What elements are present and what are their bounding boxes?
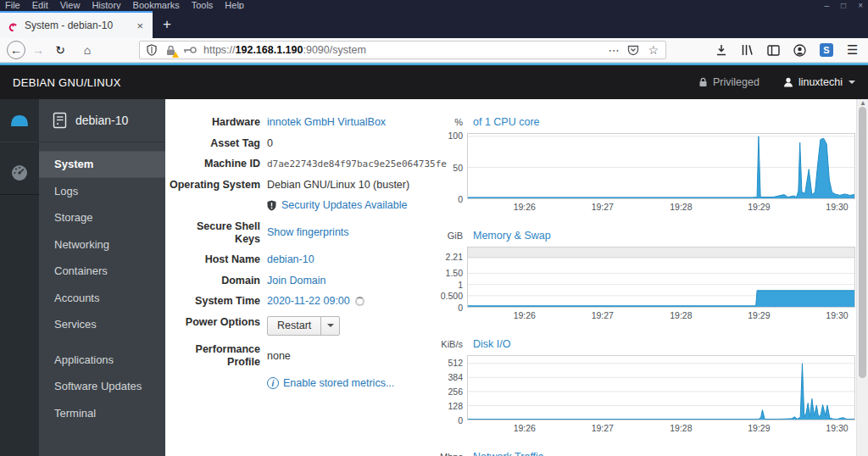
browser-tab-system[interactable]: System - debian-10 × <box>0 11 153 38</box>
connection-lock-icon[interactable] <box>165 45 176 56</box>
menubar-item-help[interactable]: Help <box>225 0 244 9</box>
scrollbar-up-arrow[interactable]: ▲ <box>860 99 866 107</box>
app-body: debian-10 SystemLogsStorageNetworkingCon… <box>0 99 868 456</box>
system-row-value: 2020-11-22 09:00 <box>267 295 364 308</box>
system-row-value: Show fingerprints <box>267 220 349 246</box>
window-close-button[interactable]: × <box>858 1 863 9</box>
window-maximize-button[interactable]: □ <box>841 1 846 9</box>
host-selector[interactable]: debian-10 <box>39 99 165 142</box>
sidebar: debian-10 SystemLogsStorageNetworkingCon… <box>0 99 165 456</box>
chart-plot-area <box>467 133 855 199</box>
sidebar-item-system[interactable]: System <box>39 151 165 178</box>
new-tab-button[interactable]: + <box>153 16 181 38</box>
lock-icon <box>698 77 708 87</box>
screen: FileEditViewHistoryBookmarksToolsHelp –□… <box>0 0 868 456</box>
system-row-value: none <box>267 343 291 369</box>
sidebar-toggle-icon[interactable] <box>767 45 780 56</box>
hamburger-menu-icon[interactable]: ☰ <box>847 42 858 58</box>
menubar-item-tools[interactable]: Tools <box>192 0 214 9</box>
sidebar-item-terminal[interactable]: Terminal <box>39 400 165 427</box>
url-bar[interactable]: https://192.168.1.190:9090/system ⋯ ☆ <box>139 41 666 59</box>
value-text: none <box>267 350 291 363</box>
chart-body: 2.211.5010.5000 <box>438 247 855 308</box>
dashboard-tab[interactable] <box>0 151 39 195</box>
sidebar-item-applications[interactable]: Applications <box>39 347 165 374</box>
user-menu[interactable]: linuxtechi <box>783 76 855 88</box>
system-row-label: Performance Profile <box>169 343 260 369</box>
y-tick-label: 0 <box>458 415 463 425</box>
scrollbar-thumb[interactable] <box>859 107 866 378</box>
dashboard-gauge-icon <box>10 164 29 182</box>
page-actions-icon[interactable]: ⋯ <box>608 44 619 57</box>
chart-y-axis: 5123842561280 <box>438 355 467 420</box>
browser-toolbar: ← → ↻ ⌂ https://192.168.1.190:9090/syste <box>0 38 868 63</box>
menubar-item-edit[interactable]: Edit <box>32 0 48 9</box>
chart-title-link-of-1-cpu-core[interactable]: of 1 CPU core <box>473 116 540 128</box>
link-show-fingerprints[interactable]: Show fingerprints <box>267 226 349 239</box>
menubar-item-history[interactable]: History <box>92 0 120 9</box>
sidebar-item-storage[interactable]: Storage <box>39 204 165 231</box>
x-tick-label: 19:29 <box>748 202 770 212</box>
window-minimize-button[interactable]: – <box>825 1 830 9</box>
home-button[interactable]: ⌂ <box>78 41 97 59</box>
library-icon[interactable] <box>741 44 754 56</box>
main-content: Hardwareinnotek GmbH VirtualBoxAsset Tag… <box>165 99 856 456</box>
system-row-hardware: Hardwareinnotek GmbH VirtualBox <box>169 116 433 129</box>
x-tick-label: 19:26 <box>514 202 536 212</box>
y-tick-label: 256 <box>448 386 463 397</box>
reload-button[interactable]: ↻ <box>51 41 70 59</box>
sidebar-item-logs[interactable]: Logs <box>39 178 165 205</box>
system-row-value: Debian GNU/Linux 10 (buster) <box>267 179 409 192</box>
link-enable-stored-metrics-[interactable]: Enable stored metrics... <box>283 377 394 390</box>
chart-x-axis: 19:2619:2719:2819:2919:30 <box>467 201 855 214</box>
menubar-item-bookmarks[interactable]: Bookmarks <box>133 0 180 9</box>
menubar-item-view[interactable]: View <box>60 0 81 9</box>
y-tick-label: 2.21 <box>446 252 463 262</box>
system-row-enable-stored-metrics-: iEnable stored metrics... <box>169 377 433 390</box>
system-row-value: innotek GmbH VirtualBox <box>267 116 386 129</box>
system-row-system-time: System Time2020-11-22 09:00 <box>169 295 433 308</box>
back-button[interactable]: ← <box>7 41 25 59</box>
link-2020-11-22-09-00[interactable]: 2020-11-22 09:00 <box>267 295 350 308</box>
link-innotek-gmbh-virtualbox[interactable]: innotek GmbH VirtualBox <box>267 116 386 129</box>
power-options-caret-button[interactable] <box>320 317 339 335</box>
power-options-split-button: Restart <box>267 316 340 336</box>
system-row-operating-system: Operating SystemDebian GNU/Linux 10 (bus… <box>169 179 433 192</box>
tab-close-icon[interactable]: × <box>134 19 146 32</box>
cockpit-logo-cell[interactable] <box>0 99 39 142</box>
restart-button[interactable]: Restart <box>268 317 320 335</box>
tracking-protection-shield-icon[interactable] <box>147 44 157 56</box>
x-tick-label: 19:26 <box>514 310 536 320</box>
privileged-button[interactable]: Privileged <box>698 76 760 88</box>
x-tick-label: 19:26 <box>514 423 536 433</box>
x-tick-label: 19:28 <box>670 202 692 212</box>
key-icon <box>183 46 197 54</box>
system-row-security-updates-available: Security Updates Available <box>169 199 433 212</box>
x-tick-label: 19:28 <box>670 310 692 320</box>
downloads-icon[interactable] <box>715 44 727 56</box>
link-debian-10[interactable]: debian-10 <box>267 253 314 266</box>
sidebar-item-services[interactable]: Services <box>39 311 165 338</box>
account-icon[interactable] <box>793 44 806 57</box>
sidebar-item-containers[interactable]: Containers <box>39 258 165 285</box>
browser-tabbar: System - debian-10 × + <box>0 9 868 38</box>
scrollbar[interactable]: ▲ <box>856 99 868 456</box>
menubar-item-file[interactable]: File <box>5 0 20 9</box>
link-join-domain[interactable]: Join Domain <box>267 275 326 287</box>
pocket-icon[interactable] <box>627 45 639 56</box>
sidebar-item-accounts[interactable]: Accounts <box>39 285 165 312</box>
screenshot-extension-icon[interactable]: S <box>820 43 833 57</box>
y-tick-label: 0.500 <box>441 291 463 301</box>
chart-title-link-network-traffic[interactable]: Network Traffic <box>473 451 543 456</box>
link-security-updates-available[interactable]: Security Updates Available <box>281 199 407 212</box>
sidebar-item-networking[interactable]: Networking <box>39 231 165 259</box>
bookmark-star-icon[interactable]: ☆ <box>648 43 659 57</box>
forward-button[interactable]: → <box>29 41 47 59</box>
system-row-value: 0 <box>267 137 273 150</box>
chart-title-link-disk-i-o[interactable]: Disk I/O <box>473 338 510 350</box>
browser-menubar: FileEditViewHistoryBookmarksToolsHelp –□… <box>0 0 868 9</box>
system-row-label: Operating System <box>169 179 260 192</box>
sidebar-item-software-updates[interactable]: Software Updates <box>39 373 165 400</box>
chart-title-link-memory-swap[interactable]: Memory & Swap <box>473 230 551 242</box>
x-tick-label: 19:27 <box>592 423 614 433</box>
